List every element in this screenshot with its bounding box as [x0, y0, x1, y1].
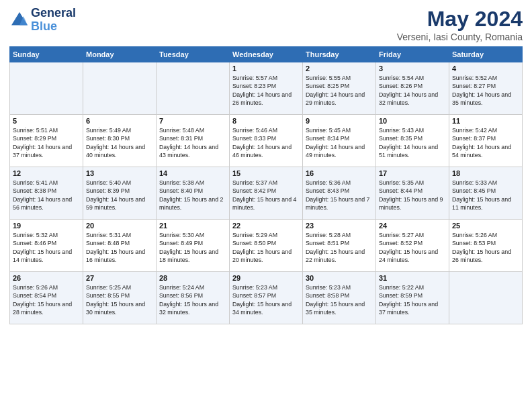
calendar-body: 1Sunrise: 5:57 AMSunset: 8:23 PMDaylight…: [10, 62, 523, 324]
day-number: 23: [306, 222, 373, 230]
day-cell: 26Sunrise: 5:26 AMSunset: 8:54 PMDayligh…: [10, 272, 83, 324]
day-cell: 28Sunrise: 5:24 AMSunset: 8:56 PMDayligh…: [157, 272, 230, 324]
day-number: 26: [13, 274, 80, 282]
day-cell: 13Sunrise: 5:40 AMSunset: 8:39 PMDayligh…: [83, 167, 157, 220]
day-cell: 5Sunrise: 5:51 AMSunset: 8:29 PMDaylight…: [10, 115, 83, 167]
week-row-3: 12Sunrise: 5:41 AMSunset: 8:38 PMDayligh…: [10, 167, 523, 220]
day-info: Sunrise: 5:51 AMSunset: 8:29 PMDaylight:…: [13, 126, 80, 159]
day-cell: 10Sunrise: 5:43 AMSunset: 8:35 PMDayligh…: [376, 115, 449, 167]
day-info: Sunrise: 5:33 AMSunset: 8:45 PMDaylight:…: [452, 179, 519, 212]
day-number: 31: [379, 274, 446, 282]
day-info: Sunrise: 5:29 AMSunset: 8:50 PMDaylight:…: [232, 231, 300, 264]
day-number: 2: [306, 64, 373, 73]
week-row-2: 5Sunrise: 5:51 AMSunset: 8:29 PMDaylight…: [10, 115, 523, 167]
day-cell: [157, 62, 230, 115]
day-cell: 22Sunrise: 5:29 AMSunset: 8:50 PMDayligh…: [230, 220, 303, 272]
calendar-table: SundayMondayTuesdayWednesdayThursdayFrid…: [9, 46, 523, 324]
day-info: Sunrise: 5:24 AMSunset: 8:56 PMDaylight:…: [159, 283, 226, 316]
day-cell: 31Sunrise: 5:22 AMSunset: 8:59 PMDayligh…: [376, 272, 449, 324]
day-info: Sunrise: 5:45 AMSunset: 8:34 PMDaylight:…: [306, 126, 373, 159]
weekday-header-wednesday: Wednesday: [230, 47, 303, 62]
day-cell: 30Sunrise: 5:23 AMSunset: 8:58 PMDayligh…: [303, 272, 376, 324]
weekday-header-tuesday: Tuesday: [157, 47, 230, 62]
day-cell: 16Sunrise: 5:36 AMSunset: 8:43 PMDayligh…: [303, 167, 376, 220]
day-info: Sunrise: 5:31 AMSunset: 8:48 PMDaylight:…: [86, 231, 153, 264]
day-info: Sunrise: 5:55 AMSunset: 8:25 PMDaylight:…: [306, 74, 373, 107]
title-block: May 2024 Verseni, Iasi County, Romania: [397, 7, 523, 42]
day-number: 24: [379, 222, 446, 230]
month-title: May 2024: [397, 7, 523, 32]
day-info: Sunrise: 5:23 AMSunset: 8:58 PMDaylight:…: [306, 283, 373, 316]
day-cell: 9Sunrise: 5:45 AMSunset: 8:34 PMDaylight…: [303, 115, 376, 167]
day-cell: 8Sunrise: 5:46 AMSunset: 8:33 PMDaylight…: [230, 115, 303, 167]
day-info: Sunrise: 5:23 AMSunset: 8:57 PMDaylight:…: [232, 283, 300, 316]
day-number: 3: [379, 64, 446, 73]
day-number: 19: [13, 222, 80, 230]
logo-line1: General: [31, 7, 76, 20]
day-info: Sunrise: 5:48 AMSunset: 8:31 PMDaylight:…: [159, 126, 226, 159]
day-cell: 24Sunrise: 5:27 AMSunset: 8:52 PMDayligh…: [376, 220, 449, 272]
day-number: 12: [13, 169, 80, 177]
day-info: Sunrise: 5:22 AMSunset: 8:59 PMDaylight:…: [379, 283, 446, 316]
day-info: Sunrise: 5:42 AMSunset: 8:37 PMDaylight:…: [452, 126, 519, 159]
day-cell: 3Sunrise: 5:54 AMSunset: 8:26 PMDaylight…: [376, 62, 449, 115]
weekday-header-friday: Friday: [376, 47, 449, 62]
day-number: 16: [306, 169, 373, 177]
day-info: Sunrise: 5:26 AMSunset: 8:53 PMDaylight:…: [452, 231, 519, 264]
day-info: Sunrise: 5:32 AMSunset: 8:46 PMDaylight:…: [13, 231, 80, 264]
day-info: Sunrise: 5:43 AMSunset: 8:35 PMDaylight:…: [379, 126, 446, 159]
day-cell: 17Sunrise: 5:35 AMSunset: 8:44 PMDayligh…: [376, 167, 449, 220]
day-number: 20: [86, 222, 153, 230]
day-cell: 27Sunrise: 5:25 AMSunset: 8:55 PMDayligh…: [83, 272, 157, 324]
day-cell: 11Sunrise: 5:42 AMSunset: 8:37 PMDayligh…: [449, 115, 523, 167]
logo-icon: [9, 10, 30, 30]
day-cell: 7Sunrise: 5:48 AMSunset: 8:31 PMDaylight…: [157, 115, 230, 167]
day-number: 9: [306, 117, 373, 125]
day-info: Sunrise: 5:54 AMSunset: 8:26 PMDaylight:…: [379, 74, 446, 107]
day-number: 7: [159, 117, 226, 125]
logo-text: General Blue: [31, 7, 76, 34]
week-row-1: 1Sunrise: 5:57 AMSunset: 8:23 PMDaylight…: [10, 62, 523, 115]
day-cell: 19Sunrise: 5:32 AMSunset: 8:46 PMDayligh…: [10, 220, 83, 272]
day-info: Sunrise: 5:52 AMSunset: 8:27 PMDaylight:…: [452, 74, 519, 107]
day-info: Sunrise: 5:38 AMSunset: 8:40 PMDaylight:…: [159, 179, 226, 212]
day-number: 4: [452, 64, 519, 73]
day-cell: 20Sunrise: 5:31 AMSunset: 8:48 PMDayligh…: [83, 220, 157, 272]
day-info: Sunrise: 5:27 AMSunset: 8:52 PMDaylight:…: [379, 231, 446, 264]
day-info: Sunrise: 5:37 AMSunset: 8:42 PMDaylight:…: [232, 179, 300, 212]
day-number: 30: [306, 274, 373, 282]
day-number: 5: [13, 117, 80, 125]
week-row-5: 26Sunrise: 5:26 AMSunset: 8:54 PMDayligh…: [10, 272, 523, 324]
day-cell: 21Sunrise: 5:30 AMSunset: 8:49 PMDayligh…: [157, 220, 230, 272]
day-cell: 23Sunrise: 5:28 AMSunset: 8:51 PMDayligh…: [303, 220, 376, 272]
logo: General Blue: [9, 7, 76, 34]
day-number: 29: [232, 274, 300, 282]
day-info: Sunrise: 5:49 AMSunset: 8:30 PMDaylight:…: [86, 126, 153, 159]
day-number: 21: [159, 222, 226, 230]
day-number: 1: [232, 64, 300, 73]
page: General Blue May 2024 Verseni, Iasi Coun…: [0, 0, 532, 411]
logo-line2: Blue: [31, 19, 57, 33]
weekday-header-monday: Monday: [83, 47, 157, 62]
day-cell: 15Sunrise: 5:37 AMSunset: 8:42 PMDayligh…: [230, 167, 303, 220]
day-cell: 2Sunrise: 5:55 AMSunset: 8:25 PMDaylight…: [303, 62, 376, 115]
day-cell: 18Sunrise: 5:33 AMSunset: 8:45 PMDayligh…: [449, 167, 523, 220]
weekday-header-thursday: Thursday: [303, 47, 376, 62]
day-cell: 4Sunrise: 5:52 AMSunset: 8:27 PMDaylight…: [449, 62, 523, 115]
day-info: Sunrise: 5:40 AMSunset: 8:39 PMDaylight:…: [86, 179, 153, 212]
day-cell: 12Sunrise: 5:41 AMSunset: 8:38 PMDayligh…: [10, 167, 83, 220]
weekday-header-saturday: Saturday: [449, 47, 523, 62]
day-number: 13: [86, 169, 153, 177]
day-number: 10: [379, 117, 446, 125]
day-number: 11: [452, 117, 519, 125]
weekday-header-row: SundayMondayTuesdayWednesdayThursdayFrid…: [10, 47, 523, 62]
day-info: Sunrise: 5:30 AMSunset: 8:49 PMDaylight:…: [159, 231, 226, 264]
day-cell: [83, 62, 157, 115]
weekday-header-sunday: Sunday: [10, 47, 83, 62]
day-info: Sunrise: 5:46 AMSunset: 8:33 PMDaylight:…: [232, 126, 300, 159]
day-info: Sunrise: 5:26 AMSunset: 8:54 PMDaylight:…: [13, 283, 80, 316]
day-info: Sunrise: 5:57 AMSunset: 8:23 PMDaylight:…: [232, 74, 300, 107]
day-cell: 25Sunrise: 5:26 AMSunset: 8:53 PMDayligh…: [449, 220, 523, 272]
day-number: 15: [232, 169, 300, 177]
day-cell: 14Sunrise: 5:38 AMSunset: 8:40 PMDayligh…: [157, 167, 230, 220]
